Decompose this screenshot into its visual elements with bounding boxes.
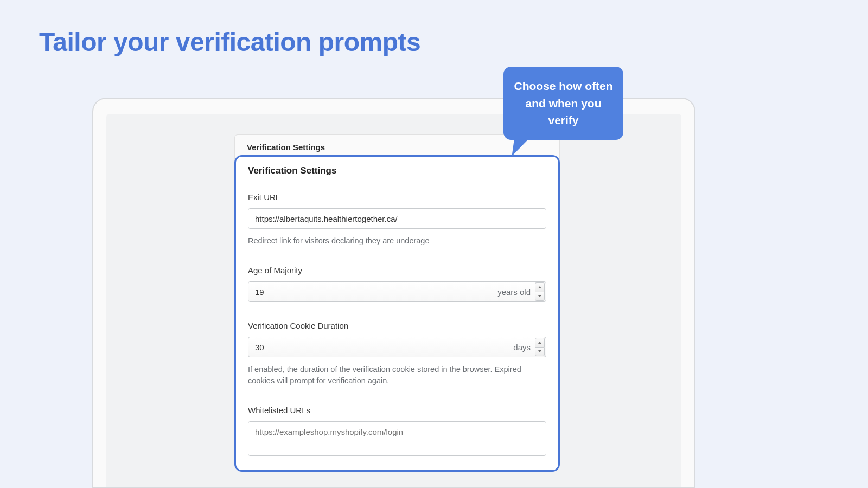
- whitelist-label: Whitelisted URLs: [248, 406, 546, 415]
- chevron-down-icon: [538, 350, 541, 352]
- duration-stepper: [535, 338, 545, 356]
- tab-verification-settings[interactable]: Verification Settings: [247, 143, 325, 152]
- callout-text: Choose how often and when you verify: [514, 80, 613, 126]
- age-step-up-button[interactable]: [535, 282, 545, 292]
- exit-url-section: Exit URL Redirect link for visitors decl…: [236, 186, 558, 259]
- whitelist-section: Whitelisted URLs: [236, 399, 558, 470]
- cookie-duration-field: days: [248, 337, 546, 357]
- age-majority-unit: years old: [497, 287, 535, 297]
- cookie-duration-unit: days: [513, 343, 535, 352]
- age-majority-label: Age of Majority: [248, 266, 546, 275]
- chevron-up-icon: [538, 342, 541, 344]
- age-majority-input[interactable]: [248, 282, 497, 301]
- callout-tail-icon: [512, 137, 531, 156]
- verification-settings-panel: Verification Settings Exit URL Redirect …: [234, 155, 560, 472]
- age-step-down-button[interactable]: [535, 292, 545, 301]
- duration-step-up-button[interactable]: [535, 338, 545, 347]
- chevron-down-icon: [538, 295, 541, 297]
- duration-step-down-button[interactable]: [535, 347, 545, 357]
- whitelist-textarea[interactable]: [248, 421, 546, 456]
- exit-url-helper: Redirect link for visitors declaring the…: [248, 235, 546, 247]
- chevron-up-icon: [538, 286, 541, 288]
- cookie-duration-helper: If enabled, the duration of the verifica…: [248, 364, 546, 387]
- cookie-duration-section: Verification Cookie Duration days If ena…: [236, 314, 558, 399]
- age-majority-field: years old: [248, 281, 546, 302]
- callout-tooltip: Choose how often and when you verify: [503, 67, 623, 140]
- cookie-duration-input[interactable]: [248, 337, 513, 357]
- age-majority-section: Age of Majority years old: [236, 259, 558, 314]
- panel-title: Verification Settings: [236, 157, 558, 186]
- exit-url-input[interactable]: [248, 208, 546, 229]
- cookie-duration-label: Verification Cookie Duration: [248, 321, 546, 330]
- exit-url-label: Exit URL: [248, 192, 546, 202]
- age-stepper: [535, 282, 545, 301]
- page-title: Tailor your verification prompts: [39, 27, 420, 57]
